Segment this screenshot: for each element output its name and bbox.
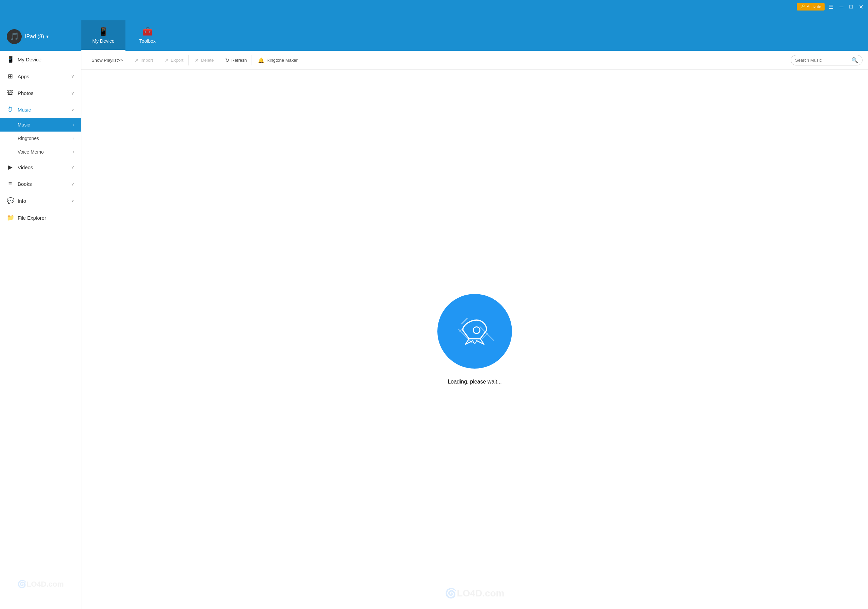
music-icon: ⏱ bbox=[7, 106, 14, 113]
info-chevron: ∨ bbox=[71, 198, 74, 203]
music-sub-label: Music bbox=[18, 122, 30, 127]
tab-toolbox[interactable]: 🧰 Toolbox bbox=[126, 20, 169, 51]
refresh-icon: ↻ bbox=[225, 57, 229, 64]
export-icon: ↗ bbox=[164, 57, 169, 64]
import-button[interactable]: ↗ Import bbox=[130, 55, 158, 65]
tab-my-device[interactable]: 📱 My Device bbox=[81, 20, 126, 51]
import-icon: ↗ bbox=[134, 57, 139, 64]
show-playlist-label: Show Playlist>> bbox=[91, 57, 123, 63]
sidebar-sub-item-ringtones[interactable]: Ringtones › bbox=[0, 132, 81, 145]
photos-icon: 🖼 bbox=[7, 90, 14, 97]
voice-memo-sub-arrow: › bbox=[73, 150, 74, 154]
device-name[interactable]: iPad (8) ▼ bbox=[25, 34, 50, 40]
sidebar-books-label: Books bbox=[18, 181, 32, 187]
ringtones-sub-arrow: › bbox=[73, 136, 74, 141]
sidebar-info-label: Info bbox=[18, 198, 26, 204]
my-device-tab-label: My Device bbox=[92, 38, 114, 44]
delete-icon: ✕ bbox=[195, 57, 199, 64]
ringtones-sub-label: Ringtones bbox=[18, 136, 39, 141]
file-explorer-icon: 📁 bbox=[7, 214, 14, 222]
import-label: Import bbox=[141, 57, 153, 63]
sidebar-item-videos[interactable]: ▶ Videos ∨ bbox=[0, 159, 81, 176]
music-sub-arrow: › bbox=[73, 122, 74, 127]
title-bar: 🔑 Activate ☰ ─ □ ✕ bbox=[0, 0, 434, 14]
sidebar-my-device-label: My Device bbox=[18, 57, 41, 62]
books-icon: ≡ bbox=[7, 180, 14, 188]
nav-bar: 🎵 iPad (8) ▼ 📱 My Device 🧰 Toolbox bbox=[0, 14, 434, 51]
sidebar-item-my-device[interactable]: 📱 My Device bbox=[0, 51, 81, 68]
refresh-button[interactable]: ↻ Refresh bbox=[220, 55, 252, 65]
export-button[interactable]: ↗ Export bbox=[160, 55, 189, 65]
photos-chevron: ∨ bbox=[71, 91, 74, 96]
app-logo: 🎵 iPad (8) ▼ bbox=[0, 29, 81, 51]
sidebar-music-label: Music bbox=[18, 107, 31, 113]
apps-chevron: ∨ bbox=[71, 74, 74, 79]
videos-chevron: ∨ bbox=[71, 165, 74, 169]
music-chevron: ∨ bbox=[71, 107, 74, 112]
logo-icon: 🎵 bbox=[10, 32, 19, 41]
books-chevron: ∨ bbox=[71, 182, 74, 186]
my-device-icon: 📱 bbox=[7, 56, 14, 63]
refresh-label: Refresh bbox=[232, 57, 247, 63]
voice-memo-sub-label: Voice Memo bbox=[18, 149, 44, 155]
bell-icon: 🔔 bbox=[258, 57, 265, 64]
delete-label: Delete bbox=[201, 57, 214, 63]
export-label: Export bbox=[170, 57, 183, 63]
show-playlist-button[interactable]: Show Playlist>> bbox=[87, 56, 128, 65]
sidebar-item-apps[interactable]: ⊞ Apps ∨ bbox=[0, 68, 81, 85]
sidebar-videos-label: Videos bbox=[18, 164, 33, 170]
sidebar-sub-item-music[interactable]: Music › bbox=[0, 118, 81, 132]
toolbox-tab-icon: 🧰 bbox=[143, 27, 153, 36]
caret-icon: ▼ bbox=[45, 34, 50, 39]
ringtone-maker-label: Ringtone Maker bbox=[267, 57, 298, 63]
content-area: Loading, please wait... 🌀LO4D.com bbox=[81, 70, 434, 305]
device-name-text: iPad (8) bbox=[25, 34, 44, 40]
sidebar-sub-item-voice-memo[interactable]: Voice Memo › bbox=[0, 145, 81, 159]
sidebar-item-file-explorer[interactable]: 📁 File Explorer bbox=[0, 209, 81, 226]
sidebar: 📱 My Device ⊞ Apps ∨ 🖼 Photos ∨ ⏱ Music … bbox=[0, 51, 81, 305]
sidebar-item-photos[interactable]: 🖼 Photos ∨ bbox=[0, 85, 81, 101]
ringtone-maker-button[interactable]: 🔔 Ringtone Maker bbox=[253, 55, 302, 65]
sidebar-item-music[interactable]: ⏱ Music ∨ bbox=[0, 101, 81, 118]
sidebar-file-explorer-label: File Explorer bbox=[18, 215, 46, 221]
sidebar-item-info[interactable]: 💬 Info ∨ bbox=[0, 192, 81, 209]
apps-icon: ⊞ bbox=[7, 73, 14, 80]
delete-button[interactable]: ✕ Delete bbox=[190, 55, 219, 65]
sidebar-item-books[interactable]: ≡ Books ∨ bbox=[0, 176, 81, 192]
nav-tabs: 📱 My Device 🧰 Toolbox bbox=[81, 14, 169, 51]
sidebar-photos-label: Photos bbox=[18, 90, 34, 96]
videos-icon: ▶ bbox=[7, 163, 14, 171]
main-area: Show Playlist>> ↗ Import ↗ Export ✕ Dele… bbox=[81, 51, 434, 305]
info-icon: 💬 bbox=[7, 197, 14, 205]
toolbar: Show Playlist>> ↗ Import ↗ Export ✕ Dele… bbox=[81, 51, 434, 70]
sidebar-apps-label: Apps bbox=[18, 74, 29, 79]
toolbox-tab-label: Toolbox bbox=[140, 38, 156, 44]
logo-circle: 🎵 bbox=[7, 29, 22, 44]
my-device-tab-icon: 📱 bbox=[98, 27, 108, 36]
